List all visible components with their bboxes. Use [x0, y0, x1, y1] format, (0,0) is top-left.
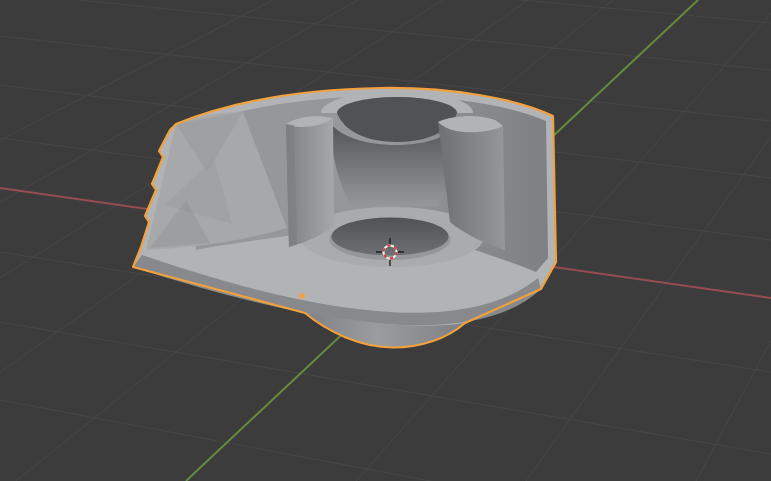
mesh-object[interactable] — [133, 88, 556, 348]
viewport-3d[interactable] — [0, 0, 771, 481]
bore-hole — [332, 218, 449, 256]
object-origin-dot — [299, 293, 305, 299]
viewport-canvas[interactable] — [0, 0, 771, 481]
